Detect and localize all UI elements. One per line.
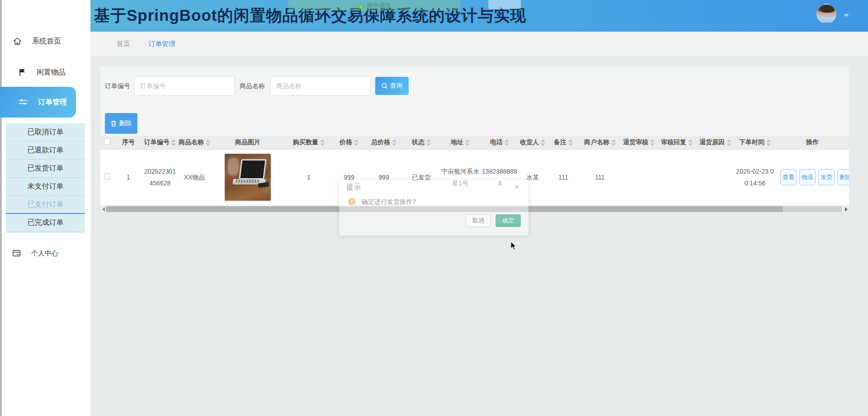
col-quantity[interactable]: 购买数量	[284, 136, 334, 149]
sort-icon[interactable]	[465, 139, 470, 146]
confirm-button[interactable]: 确定	[495, 214, 521, 227]
search-icon	[382, 83, 388, 89]
sidebar-item-label: 订单管理	[38, 98, 67, 107]
success-toast: ✓ 操作成功	[288, 0, 460, 11]
query-button-label: 查询	[390, 82, 403, 90]
cell-return-audit	[620, 149, 657, 205]
dialog-message: 确定进行发货操作?	[362, 198, 416, 206]
product-image[interactable]	[225, 154, 271, 201]
sort-icon[interactable]	[541, 139, 545, 146]
cancel-button[interactable]: 取消	[466, 214, 491, 227]
chevron-down-icon[interactable]	[844, 14, 849, 17]
breadcrumb-tabbar: 首页 订单管理	[90, 32, 868, 57]
col-index[interactable]: 序号	[114, 136, 143, 149]
cell-return-reason	[696, 149, 734, 205]
home-icon	[14, 38, 27, 45]
submenu-item-unpaid-orders[interactable]: 未支付订单	[6, 178, 85, 196]
sliders-icon	[19, 99, 33, 106]
confirm-dialog: 提示 × ! 确定进行发货操作? 取消 确定	[339, 180, 528, 236]
sort-icon[interactable]	[206, 139, 210, 146]
sort-icon[interactable]	[568, 139, 573, 146]
submenu-item-cancelled-orders[interactable]: 已取消订单	[6, 123, 85, 142]
order-no-input[interactable]	[134, 76, 235, 96]
sort-icon[interactable]	[650, 139, 655, 146]
sidebar-item-home[interactable]: 系统首页	[0, 33, 90, 49]
sort-icon[interactable]	[726, 139, 731, 146]
cell-quantity: 1	[284, 149, 334, 205]
submenu-item-shipped-orders[interactable]: 已发货订单	[6, 160, 85, 178]
delete-row-button[interactable]: 删除	[837, 169, 849, 185]
sort-icon[interactable]	[320, 139, 325, 146]
check-circle-icon: ✓	[359, 4, 364, 9]
cell-order-time: 2025-02-23 00:14:56	[734, 149, 776, 205]
col-order-no[interactable]: 订单编号	[143, 136, 177, 149]
sort-icon[interactable]	[426, 139, 431, 146]
scrollbar-track[interactable]	[783, 206, 842, 212]
sidebar-item-label: 系统首页	[32, 37, 61, 46]
tab-order-management[interactable]: 订单管理	[148, 40, 175, 48]
trash-icon	[111, 120, 117, 127]
cell-actions: 查看 物流 发货 删除	[776, 149, 849, 205]
delete-button[interactable]: 删除	[105, 113, 137, 134]
select-all-checkbox[interactable]	[104, 138, 110, 145]
col-receiver[interactable]: 收货人	[518, 136, 547, 149]
cell-product-image	[212, 149, 284, 205]
col-return-reason[interactable]: 退货原因	[696, 136, 734, 149]
tab-home[interactable]: 首页	[117, 40, 130, 48]
cell-merchant: 111	[580, 149, 620, 205]
product-name-label: 商品名称	[240, 76, 265, 96]
table-header-row: 序号 订单编号 商品名称 商品图片 购买数量 价格 总价格 状态 地址 电话 收…	[100, 136, 849, 149]
order-submenu: 已取消订单 已退款订单 已发货订单 未支付订单 已支付订单 已完成订单	[6, 123, 85, 233]
main-content: 订单编号 商品名称 查询 删除 序号 订单编	[90, 57, 868, 416]
col-merchant[interactable]: 商户名称	[580, 136, 620, 149]
sort-icon[interactable]	[611, 139, 616, 146]
app-header: 基于SpringBoot的闲置物品循环交易保障系统的设计与实现 ✓ 操作成功	[90, 0, 868, 32]
sort-icon[interactable]	[171, 139, 176, 146]
submenu-item-completed-orders[interactable]: 已完成订单	[6, 214, 85, 232]
order-no-label: 订单编号	[105, 76, 130, 96]
cell-index: 1	[114, 149, 143, 205]
sidebar-item-label: 闲置物品	[37, 68, 66, 77]
col-product-name[interactable]: 商品名称	[177, 136, 212, 149]
view-button[interactable]: 查看	[780, 169, 797, 185]
cell-audit-reply	[657, 149, 696, 205]
col-audit-reply[interactable]: 审核回复	[657, 136, 696, 149]
col-product-image: 商品图片	[212, 136, 284, 149]
submenu-item-refunded-orders[interactable]: 已退款订单	[6, 142, 85, 160]
close-icon[interactable]: ×	[514, 183, 519, 190]
col-phone[interactable]: 电话	[481, 136, 518, 149]
sidebar-item-idle-goods[interactable]: 闲置物品	[0, 65, 90, 80]
col-order-time[interactable]: 下单时间	[734, 136, 776, 149]
warning-icon: !	[348, 198, 355, 205]
col-status[interactable]: 状态	[403, 136, 439, 149]
toast-text: 操作成功	[367, 1, 391, 9]
sort-icon[interactable]	[688, 139, 693, 146]
id-card-icon	[13, 250, 26, 256]
logistics-button[interactable]: 物流	[799, 169, 816, 185]
col-total-price[interactable]: 总价格	[364, 136, 403, 149]
delete-button-label: 删除	[119, 119, 132, 128]
scroll-right-arrow-icon[interactable]	[845, 207, 848, 212]
cell-order-no: 202522301456628	[143, 149, 177, 205]
sort-icon[interactable]	[505, 139, 509, 146]
sort-icon[interactable]	[766, 139, 771, 146]
sidebar-item-profile[interactable]: 个人中心	[0, 246, 90, 261]
sort-icon[interactable]	[354, 139, 359, 146]
window-edge	[0, 0, 2, 416]
ship-button[interactable]: 发货	[818, 169, 835, 185]
submenu-item-paid-orders[interactable]: 已支付订单	[6, 196, 85, 214]
col-remark[interactable]: 备注	[547, 136, 580, 149]
scroll-left-arrow-icon[interactable]	[102, 207, 105, 212]
product-name-input[interactable]	[270, 76, 371, 96]
row-checkbox[interactable]	[104, 173, 110, 180]
sidebar-item-order-management[interactable]: 订单管理	[0, 87, 76, 118]
avatar[interactable]	[816, 4, 836, 24]
col-price[interactable]: 价格	[334, 136, 364, 149]
fading-toast-ghost	[488, 0, 521, 9]
flag-icon	[19, 69, 31, 76]
col-actions: 操作	[776, 136, 849, 149]
col-address[interactable]: 地址	[439, 136, 481, 149]
query-button[interactable]: 查询	[375, 77, 409, 95]
col-return-audit[interactable]: 退货审核	[620, 136, 657, 149]
sort-icon[interactable]	[392, 139, 396, 146]
